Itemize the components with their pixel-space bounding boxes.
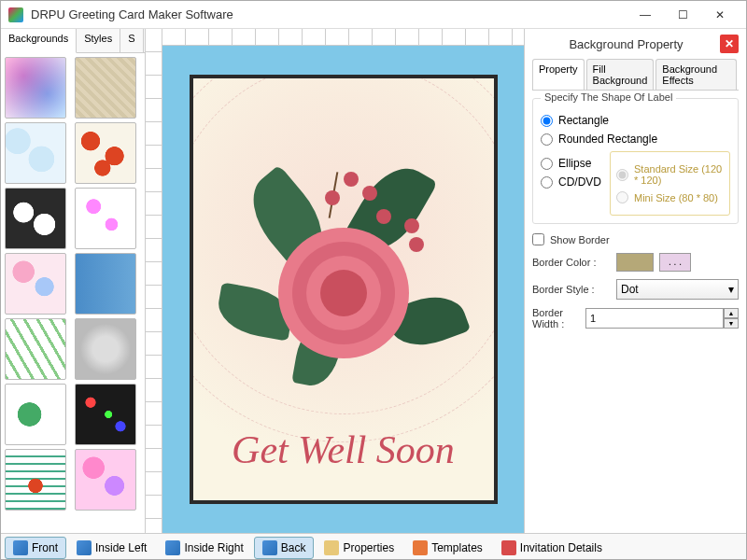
bg-thumb[interactable] bbox=[5, 122, 66, 184]
border-color-swatch[interactable] bbox=[616, 253, 654, 272]
view-inside-right-button[interactable]: Inside Right bbox=[157, 537, 251, 559]
invitation-details-button[interactable]: Invitation Details bbox=[493, 537, 611, 559]
invitation-icon bbox=[501, 540, 516, 555]
panel-close-button[interactable]: ✕ bbox=[720, 35, 739, 53]
properties-icon bbox=[324, 540, 339, 555]
bg-thumb[interactable] bbox=[75, 449, 136, 511]
tab-fill-background[interactable]: Fill Background bbox=[586, 59, 655, 90]
close-button[interactable]: ✕ bbox=[701, 2, 739, 28]
chevron-down-icon: ▾ bbox=[728, 283, 734, 296]
shape-legend: Specify The Shape Of Label bbox=[541, 91, 676, 103]
radio-rounded-rectangle[interactable]: Rounded Rectangle bbox=[541, 133, 730, 146]
page-icon bbox=[77, 540, 92, 555]
maximize-button[interactable]: ☐ bbox=[664, 2, 701, 28]
canvas-area: Get Well Soon bbox=[146, 29, 524, 533]
border-style-combo[interactable]: Dot▾ bbox=[616, 279, 739, 300]
backgrounds-panel: Backgrounds Styles S bbox=[1, 29, 146, 533]
tab-styles[interactable]: Styles bbox=[77, 29, 120, 52]
border-style-label: Border Style : bbox=[532, 284, 616, 295]
border-width-input[interactable] bbox=[585, 308, 724, 329]
titlebar: DRPU Greeting Card Maker Software — ☐ ✕ bbox=[1, 1, 746, 29]
radio-rounded-input[interactable] bbox=[541, 133, 553, 146]
window-title: DRPU Greeting Card Maker Software bbox=[31, 7, 627, 21]
canvas-viewport[interactable]: Get Well Soon bbox=[162, 46, 524, 533]
tab-more[interactable]: S bbox=[120, 29, 143, 52]
bg-thumb[interactable] bbox=[75, 188, 136, 249]
panel-title: Background Property bbox=[532, 37, 720, 51]
greeting-card[interactable]: Get Well Soon bbox=[190, 75, 498, 504]
border-color-more-button[interactable]: . . . bbox=[659, 253, 691, 272]
thumbnail-scroll[interactable] bbox=[1, 53, 145, 533]
border-color-label: Border Color : bbox=[532, 257, 616, 268]
properties-panel: Background Property ✕ Property Fill Back… bbox=[524, 29, 746, 533]
bg-thumb[interactable] bbox=[75, 384, 136, 445]
bottom-toolbar: Front Inside Left Inside Right Back Prop… bbox=[1, 533, 746, 560]
radio-cddvd[interactable]: CD/DVD bbox=[541, 175, 606, 189]
bg-thumb[interactable] bbox=[5, 449, 66, 511]
view-back-button[interactable]: Back bbox=[254, 537, 315, 559]
radio-standard-size[interactable]: Standard Size (120 * 120) bbox=[616, 163, 724, 186]
property-tab-strip: Property Fill Background Background Effe… bbox=[532, 59, 739, 91]
horizontal-ruler bbox=[162, 29, 524, 46]
bg-thumb[interactable] bbox=[75, 318, 136, 380]
show-border-checkbox[interactable] bbox=[532, 233, 544, 245]
templates-button[interactable]: Templates bbox=[404, 537, 491, 559]
radio-rectangle-input[interactable] bbox=[541, 115, 553, 127]
radio-cddvd-input[interactable] bbox=[541, 176, 553, 189]
page-icon bbox=[13, 540, 28, 555]
page-icon bbox=[165, 540, 180, 555]
bg-thumb[interactable] bbox=[5, 318, 66, 380]
vertical-ruler bbox=[146, 29, 162, 533]
bg-thumb[interactable] bbox=[5, 253, 66, 315]
minimize-button[interactable]: — bbox=[627, 2, 664, 28]
radio-ellipse-input[interactable] bbox=[541, 158, 553, 170]
border-width-spinner[interactable]: ▲▼ bbox=[585, 308, 739, 329]
tab-background-effects[interactable]: Background Effects bbox=[655, 59, 737, 90]
tab-property[interactable]: Property bbox=[532, 59, 585, 90]
bg-thumb[interactable] bbox=[75, 57, 136, 119]
page-icon bbox=[262, 540, 277, 555]
bg-thumb[interactable] bbox=[5, 188, 66, 249]
show-border-label: Show Border bbox=[550, 234, 634, 245]
app-icon bbox=[8, 7, 23, 22]
flower-illustration bbox=[222, 153, 465, 396]
view-front-button[interactable]: Front bbox=[5, 537, 66, 559]
bg-thumb[interactable] bbox=[75, 253, 136, 315]
radio-mini-size[interactable]: Mini Size (80 * 80) bbox=[616, 191, 724, 203]
tab-backgrounds[interactable]: Backgrounds bbox=[1, 29, 77, 53]
templates-icon bbox=[413, 540, 428, 555]
radio-rectangle[interactable]: Rectangle bbox=[541, 114, 730, 127]
properties-button[interactable]: Properties bbox=[316, 537, 402, 559]
spin-down[interactable]: ▼ bbox=[724, 318, 739, 329]
spin-up[interactable]: ▲ bbox=[724, 308, 739, 318]
card-message: Get Well Soon bbox=[193, 427, 494, 472]
cd-size-box: Standard Size (120 * 120) Mini Size (80 … bbox=[610, 151, 730, 216]
border-width-label: Border Width : bbox=[532, 307, 585, 329]
radio-ellipse[interactable]: Ellipse bbox=[541, 157, 606, 170]
bg-thumb[interactable] bbox=[5, 384, 66, 445]
bg-thumb[interactable] bbox=[5, 57, 66, 119]
show-border-row[interactable]: Show Border bbox=[532, 233, 739, 245]
shape-fieldset: Specify The Shape Of Label Rectangle Rou… bbox=[532, 98, 739, 224]
bg-thumb[interactable] bbox=[75, 122, 136, 184]
view-inside-left-button[interactable]: Inside Left bbox=[68, 537, 155, 559]
left-tab-strip: Backgrounds Styles S bbox=[1, 29, 145, 53]
